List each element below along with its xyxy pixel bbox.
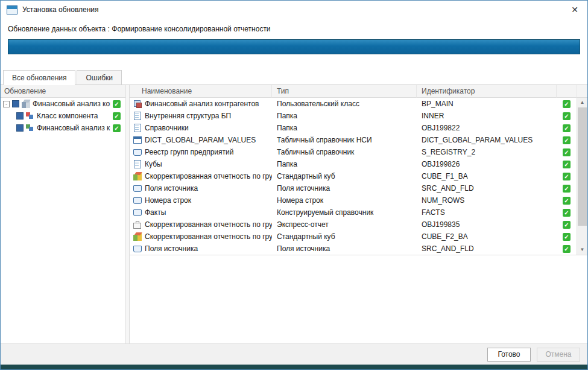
status-check-icon bbox=[563, 185, 571, 193]
cell-name: Поля источника bbox=[130, 184, 272, 193]
tree-item[interactable]: Финансовый анализ кон bbox=[1, 122, 125, 134]
table-row[interactable]: Кубы Папка OBJ199826 bbox=[130, 158, 577, 170]
tree-item[interactable]: Класс компонента bbox=[1, 110, 125, 122]
status-check-icon bbox=[563, 221, 571, 229]
status-check-icon bbox=[563, 209, 571, 217]
row-name-text: Справочники bbox=[145, 124, 189, 132]
table-row[interactable]: Внутренняя структура БП Папка INNER bbox=[130, 110, 577, 122]
cell-id: SRC_AND_FLD bbox=[417, 184, 557, 193]
scrollbar-corner bbox=[577, 85, 587, 98]
row-id-text: BP_MAIN bbox=[422, 100, 454, 108]
cell-type: Поля источника bbox=[272, 184, 417, 193]
table-row[interactable]: Реестр групп предприятий Табличный справ… bbox=[130, 146, 577, 158]
row-id-text: OBJ199826 bbox=[422, 160, 460, 168]
row-id-text: FACTS bbox=[422, 208, 445, 217]
table-header: Наименование Тип Идентификатор bbox=[130, 85, 587, 98]
row-name-text: Факты bbox=[145, 208, 166, 217]
table-row[interactable]: Финансовый анализ контрагентов Пользоват… bbox=[130, 98, 577, 110]
row-name-text: Скорректированная отчетность по группа bbox=[145, 232, 272, 241]
row-id-text: INNER bbox=[422, 112, 444, 120]
status-check-icon bbox=[563, 233, 571, 241]
row-id-text: CUBE_F2_BA bbox=[422, 232, 468, 241]
tree-body: Финансовый анализ контр Класс компонента… bbox=[1, 98, 125, 343]
tab-strip: Все обновления Ошибки bbox=[1, 70, 587, 85]
tree-checkbox[interactable] bbox=[12, 100, 19, 107]
row-type-icon bbox=[133, 172, 142, 180]
title-bar: Установка обновления ✕ bbox=[1, 1, 587, 19]
table-row[interactable]: Скорректированная отчетность по группа С… bbox=[130, 231, 577, 243]
table-row[interactable]: Поля источника Поля источника SRC_AND_FL… bbox=[130, 182, 577, 194]
cell-id: SRC_AND_FLD bbox=[417, 244, 557, 253]
cell-status bbox=[557, 233, 577, 241]
row-type-icon bbox=[133, 148, 142, 156]
cell-name: Реестр групп предприятий bbox=[130, 148, 272, 156]
row-type-text: Папка bbox=[277, 160, 297, 168]
status-check-icon bbox=[563, 112, 571, 120]
tree-checkbox[interactable] bbox=[16, 112, 24, 120]
table-row[interactable]: Факты Конструируемый справочник FACTS bbox=[130, 206, 577, 218]
done-button[interactable]: Готово bbox=[487, 348, 531, 362]
table-row[interactable]: Скорректированная отчетность по группа С… bbox=[130, 170, 577, 182]
scrollbar-track[interactable] bbox=[577, 107, 587, 245]
vertical-scrollbar[interactable]: ▲ ▼ bbox=[577, 98, 587, 255]
row-name-text: Кубы bbox=[145, 160, 162, 168]
close-icon[interactable]: ✕ bbox=[568, 3, 581, 16]
cell-type: Табличный справочник НСИ bbox=[272, 136, 417, 144]
row-id-text: CUBE_F1_BA bbox=[422, 172, 468, 180]
cell-type: Папка bbox=[272, 160, 417, 168]
cell-status bbox=[557, 148, 577, 156]
tab-all-updates[interactable]: Все обновления bbox=[3, 70, 75, 85]
column-header-type[interactable]: Тип bbox=[272, 85, 417, 98]
status-check-icon bbox=[563, 161, 571, 168]
row-type-text: Экспресс-отчет bbox=[277, 220, 329, 229]
tree-item-label: Финансовый анализ кон bbox=[37, 124, 110, 132]
table-row[interactable]: Справочники Папка OBJ199822 bbox=[130, 122, 577, 134]
cell-id: CUBE_F2_BA bbox=[417, 232, 557, 241]
tree-item-icon bbox=[22, 100, 30, 108]
table-row[interactable]: DICT_GLOBAL_PARAM_VALUES Табличный справ… bbox=[130, 134, 577, 146]
row-name-text: Скорректированная отчетность по группа bbox=[145, 220, 272, 229]
scroll-down-icon[interactable]: ▼ bbox=[577, 245, 587, 255]
tree-item-label: Финансовый анализ контр bbox=[33, 100, 110, 108]
scrollbar-thumb[interactable] bbox=[578, 107, 587, 226]
row-type-icon bbox=[133, 112, 142, 120]
tree-item[interactable]: Финансовый анализ контр bbox=[1, 98, 125, 110]
cell-name: Скорректированная отчетность по группа bbox=[130, 232, 272, 241]
cell-status bbox=[557, 173, 577, 180]
row-id-text: NUM_ROWS bbox=[422, 196, 464, 205]
cell-type: Экспресс-отчет bbox=[272, 220, 417, 229]
tree-checkbox[interactable] bbox=[16, 124, 24, 132]
cell-id: OBJ199826 bbox=[417, 160, 557, 168]
status-check-icon bbox=[113, 112, 121, 120]
cell-name: Факты bbox=[130, 208, 272, 217]
column-header-id[interactable]: Идентификатор bbox=[417, 85, 557, 98]
expander-icon[interactable] bbox=[3, 101, 10, 107]
tab-errors[interactable]: Ошибки bbox=[77, 70, 122, 85]
cell-status bbox=[557, 136, 577, 144]
scroll-up-icon[interactable]: ▲ bbox=[577, 98, 587, 107]
update-install-dialog: Установка обновления ✕ Обновление данных… bbox=[0, 0, 588, 370]
row-type-text: Папка bbox=[277, 124, 297, 132]
row-type-text: Табличный справочник bbox=[277, 148, 354, 156]
row-type-icon bbox=[133, 136, 142, 144]
table-row[interactable]: Поля источника Поля источника SRC_AND_FL… bbox=[130, 243, 577, 255]
cancel-button[interactable]: Отмена bbox=[537, 348, 580, 362]
cell-id: FACTS bbox=[417, 208, 557, 217]
cell-status bbox=[557, 197, 577, 205]
cell-type: Стандартный куб bbox=[272, 232, 417, 241]
column-header-name[interactable]: Наименование bbox=[130, 85, 272, 98]
cell-id: CUBE_F1_BA bbox=[417, 172, 557, 180]
status-check-icon bbox=[113, 100, 121, 108]
table-row[interactable]: Номера строк Номера строк NUM_ROWS bbox=[130, 194, 577, 206]
row-type-text: Пользовательский класс bbox=[277, 100, 359, 108]
cell-type: Конструируемый справочник bbox=[272, 208, 417, 217]
tree-item-icon bbox=[26, 112, 34, 120]
cell-id: S_REGISTRY_2 bbox=[417, 148, 557, 156]
cell-type: Номера строк bbox=[272, 196, 417, 205]
row-name-text: Поля источника bbox=[145, 244, 198, 253]
table-row[interactable]: Скорректированная отчетность по группа Э… bbox=[130, 218, 577, 231]
status-check-icon bbox=[563, 173, 571, 180]
cell-name: Скорректированная отчетность по группа bbox=[130, 172, 272, 180]
tree-item-label: Класс компонента bbox=[37, 112, 110, 120]
cell-name: Финансовый анализ контрагентов bbox=[130, 100, 272, 108]
